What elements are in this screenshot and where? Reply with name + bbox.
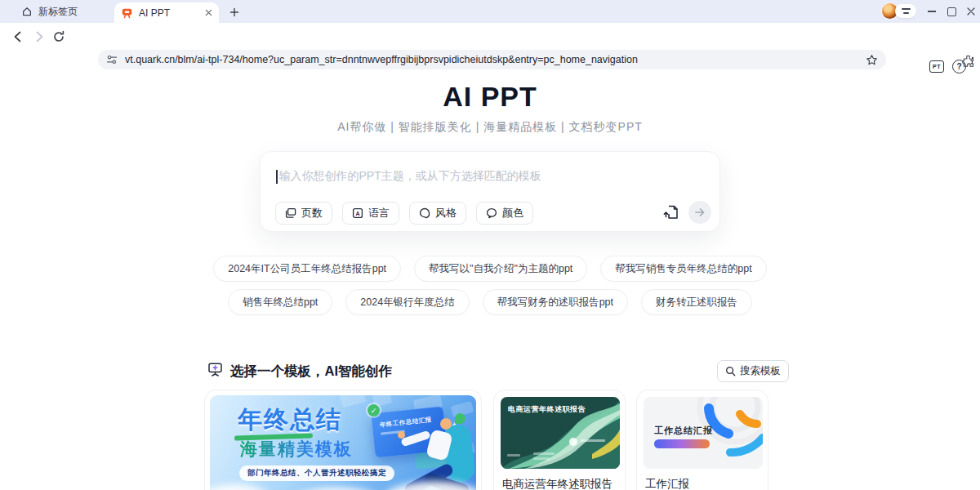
banner-slide-title: 年终工作总结汇报 [379, 416, 432, 430]
presentation-board-icon [207, 362, 223, 377]
suggestion-chip[interactable]: 帮我写销售专员年终总结的ppt [600, 256, 766, 282]
reload-icon [52, 30, 65, 43]
forward-icon [33, 30, 46, 43]
language-option-label: 语言 [368, 206, 390, 220]
menu-icon [902, 8, 911, 10]
search-templates-label: 搜索模板 [740, 364, 781, 378]
pages-option-label: 页数 [301, 206, 323, 220]
browser-window: 新标签页 AI PPT [0, 0, 980, 490]
color-option-button[interactable]: 颜色 [476, 202, 533, 225]
template-card-ecommerce[interactable]: 电商运营年终述职报告 电商运营年终述职报告 [493, 390, 626, 490]
star-icon [866, 54, 878, 66]
pages-option-button[interactable]: 页数 [275, 202, 332, 225]
gradient-bar [654, 439, 710, 448]
template-section-icon [207, 362, 223, 381]
banner-subhead: 海量精美模板 [240, 438, 353, 461]
bookmark-button[interactable] [866, 54, 878, 66]
language-icon: A [352, 207, 363, 219]
prompt-composer-card: 输入你想创作的PPT主题，或从下方选择匹配的模板 页数 A 语言 [260, 151, 720, 232]
banner-person-shape [440, 418, 452, 430]
address-toolbar: vt.quark.cn/blm/ai-tpl-734/home?uc_param… [0, 23, 980, 51]
maximize-icon [947, 7, 956, 16]
new-tab-label: 新标签页 [38, 5, 78, 19]
composer-options: 页数 A 语言 风格 颜色 [275, 202, 533, 225]
suggestion-chip[interactable]: 帮我写财务的述职报告ppt [483, 289, 628, 315]
back-icon [11, 30, 24, 43]
minimize-button[interactable] [921, 0, 942, 23]
reload-button[interactable] [47, 25, 70, 48]
suggestion-chip[interactable]: 帮我写以"自我介绍"为主题的ppt [414, 256, 587, 282]
template-banner-card[interactable]: 年终总结 海量精美模板 部门年终总结、个人晋升述职轻松搞定 年终工作总结汇报 ✓… [204, 390, 482, 490]
text-caret [276, 170, 278, 184]
close-icon [967, 7, 975, 16]
style-option-label: 风格 [435, 206, 457, 220]
suggestion-chip[interactable]: 2024年IT公司员工年终总结报告ppt [213, 256, 401, 282]
thumbnail-title: 工作总结汇报 [654, 425, 713, 437]
tab-ai-ppt[interactable]: AI PPT [114, 2, 219, 23]
plus-icon [229, 7, 239, 17]
import-document-icon [663, 204, 679, 220]
help-button[interactable]: ? [952, 60, 966, 74]
new-tab-button[interactable] [225, 3, 243, 21]
suggestion-row-2: 销售年终总结ppt 2024年银行年度总结 帮我写财务的述职报告ppt 财务转正… [0, 289, 980, 315]
suggestion-chip[interactable]: 财务转正述职报告 [641, 289, 752, 315]
suggestion-chip[interactable]: 2024年银行年度总结 [345, 289, 469, 315]
new-tab-page-button[interactable]: 新标签页 [13, 0, 86, 23]
color-icon [486, 207, 497, 219]
generate-button[interactable] [688, 201, 711, 224]
ppt-badge-icon: PT [933, 64, 941, 69]
help-icon: ? [956, 62, 961, 71]
prompt-placeholder: 输入你想创作的PPT主题，或从下方选择匹配的模板 [279, 169, 541, 184]
search-icon [725, 366, 736, 376]
suggestion-chip[interactable]: 销售年终总结ppt [228, 289, 332, 315]
color-option-label: 颜色 [502, 206, 523, 220]
close-window-button[interactable] [960, 0, 980, 23]
site-settings-icon [106, 54, 118, 65]
tab-title: AI PPT [139, 7, 199, 19]
template-thumbnail: 电商运营年终述职报告 [501, 397, 620, 469]
template-card-work-report[interactable]: 工作总结汇报 工作汇报 [636, 390, 768, 490]
minimize-icon [928, 11, 936, 11]
url-text[interactable]: vt.quark.cn/blm/ai-tpl-734/home?uc_param… [125, 54, 858, 65]
thumbnail-title: 电商运营年终述职报告 [508, 404, 586, 415]
arrow-right-icon [694, 207, 706, 218]
svg-text:A: A [355, 211, 359, 216]
banner-headline: 年终总结 [238, 403, 342, 437]
language-option-button[interactable]: A 语言 [342, 202, 399, 225]
style-icon [419, 207, 430, 219]
import-document-button[interactable] [662, 203, 680, 221]
check-icon: ✓ [368, 404, 380, 416]
suggestion-row-1: 2024年IT公司员工年终总结报告ppt 帮我写以"自我介绍"为主题的ppt 帮… [0, 256, 980, 282]
style-option-button[interactable]: 风格 [409, 202, 466, 225]
page-subtitle: AI帮你做 | 智能排版美化 | 海量精品模板 | 文档秒变PPT [0, 120, 980, 135]
tab-close-icon[interactable] [205, 9, 212, 16]
prompt-input[interactable]: 输入你想创作的PPT主题，或从下方选择匹配的模板 [276, 169, 541, 184]
back-button[interactable] [7, 25, 29, 48]
banner-tagline: 部门年终总结、个人晋升述职轻松搞定 [239, 466, 394, 481]
tab-bar: 新标签页 AI PPT [0, 0, 980, 23]
template-caption: 工作汇报 [645, 477, 689, 490]
ppt-favicon [121, 7, 133, 19]
my-ppt-files-button[interactable]: PT [929, 60, 944, 73]
address-bar[interactable]: vt.quark.cn/blm/ai-tpl-734/home?uc_param… [98, 50, 886, 69]
template-section-title: 选择一个模板，AI智能创作 [230, 363, 392, 381]
slide-dot [569, 438, 577, 446]
template-caption: 电商运营年终述职报告 [502, 477, 612, 490]
banner-artwork: 年终总结 海量精美模板 部门年终总结、个人晋升述职轻松搞定 年终工作总结汇报 ✓… [210, 395, 476, 490]
home-icon [21, 6, 33, 17]
page-title: AI PPT [0, 81, 980, 113]
browser-menu-button[interactable] [895, 4, 916, 18]
pages-icon [285, 207, 296, 219]
template-thumbnail: 工作总结汇报 [644, 397, 763, 469]
maximize-button[interactable] [941, 0, 962, 23]
search-templates-button[interactable]: 搜索模板 [717, 360, 789, 382]
